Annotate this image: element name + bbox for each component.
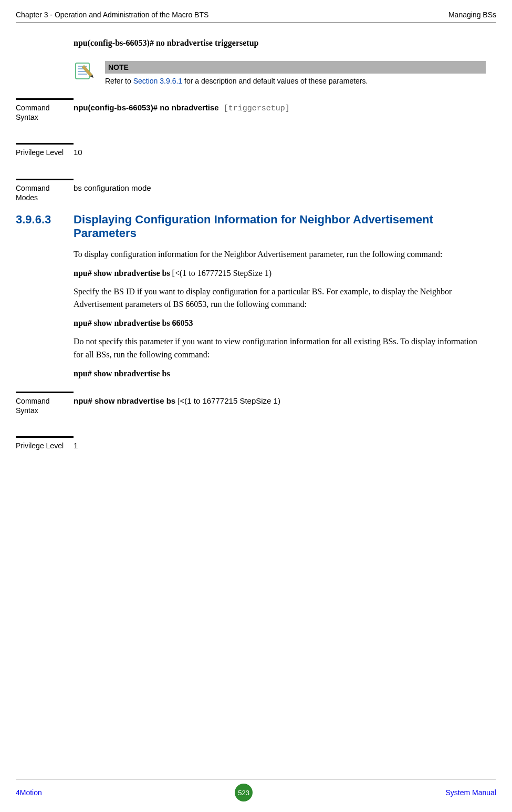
- section-title: Displaying Configuration Information for…: [74, 213, 486, 241]
- value-privilege-level: 1: [74, 436, 486, 450]
- label-command-syntax: Command Syntax: [16, 392, 74, 415]
- footer-left: 4Motion: [16, 788, 42, 797]
- row-privilege-level: Privilege Level 10: [16, 143, 486, 157]
- row-command-modes: Command Modes bs configuration mode: [16, 179, 486, 202]
- label-privilege-level: Privilege Level: [16, 143, 74, 157]
- row-command-syntax-2: Command Syntax npu# show nbradvertise bs…: [16, 392, 486, 415]
- header-right: Managing BSs: [448, 11, 496, 19]
- paragraph: Specify the BS ID if you want to display…: [74, 285, 486, 312]
- value-privilege-level: 10: [74, 143, 486, 157]
- note-text: Refer to Section 3.9.6.1 for a descripti…: [105, 74, 486, 85]
- footer-right: System Manual: [446, 788, 496, 797]
- note-icon: [74, 61, 95, 82]
- command-line: npu(config-bs-66053)# no nbradvertise tr…: [74, 38, 486, 48]
- value-command-syntax: npu# show nbradvertise bs [<(1 to 167772…: [74, 392, 486, 415]
- value-command-modes: bs configuration mode: [74, 179, 486, 202]
- section-heading: 3.9.6.3 Displaying Configuration Informa…: [16, 213, 486, 241]
- label-privilege-level: Privilege Level: [16, 436, 74, 450]
- paragraph: Do not specify this parameter if you wan…: [74, 335, 486, 362]
- page-header: Chapter 3 - Operation and Administration…: [16, 11, 496, 23]
- note-title: NOTE: [105, 61, 486, 74]
- command-example: npu# show nbradvertise bs 66053: [74, 318, 486, 328]
- row-privilege-level-2: Privilege Level 1: [16, 436, 486, 450]
- value-command-syntax: npu(config-bs-66053)# no nbradvertise [t…: [74, 98, 486, 122]
- label-command-syntax: Command Syntax: [16, 98, 74, 122]
- command-example: npu# show nbradvertise bs: [74, 369, 486, 378]
- label-command-modes: Command Modes: [16, 179, 74, 202]
- page-number-badge: 523: [235, 784, 253, 801]
- row-command-syntax: Command Syntax npu(config-bs-66053)# no …: [16, 98, 486, 122]
- note-block: NOTE Refer to Section 3.9.6.1 for a desc…: [74, 61, 486, 85]
- page-footer: 4Motion 523 System Manual: [16, 779, 496, 801]
- section-number: 3.9.6.3: [16, 213, 74, 241]
- command-example: npu# show nbradvertise bs [<(1 to 167772…: [74, 269, 486, 278]
- paragraph: To display configuration information for…: [74, 248, 486, 261]
- section-link[interactable]: Section 3.9.6.1: [133, 77, 182, 85]
- header-left: Chapter 3 - Operation and Administration…: [16, 11, 208, 19]
